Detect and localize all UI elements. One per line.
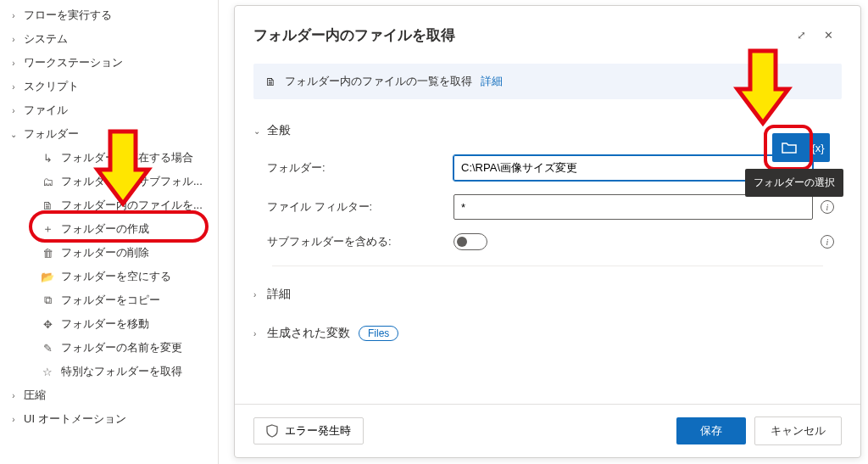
- branch-icon: ↳: [41, 151, 54, 165]
- cancel-button[interactable]: キャンセル: [754, 416, 842, 445]
- chevron-right-icon: ›: [7, 412, 20, 426]
- sidebar: ›フローを実行する ›システム ›ワークステーション ›スクリプト ›ファイル …: [0, 0, 219, 464]
- save-button[interactable]: 保存: [676, 417, 746, 444]
- section-general: ⌄ 全般 フォルダー: ファイル フィルター: i サブフォルダーを含める: i…: [253, 120, 842, 344]
- plus-icon: ＋: [41, 222, 54, 236]
- dialog-header: フォルダー内のファイルを取得 ⤢ ✕: [235, 6, 860, 60]
- tree-item-workstation[interactable]: ›ワークステーション: [0, 51, 218, 75]
- action-get-files-in-folder[interactable]: 🗎フォルダー内のファイルを...: [0, 193, 218, 217]
- label-subfolders: サブフォルダーを含める:: [267, 234, 453, 249]
- dialog-get-files: フォルダー内のファイルを取得 ⤢ ✕ 🗎 フォルダー内のファイルの一覧を取得 詳…: [234, 5, 861, 458]
- rename-icon: ✎: [41, 341, 54, 355]
- tree-item-system[interactable]: ›システム: [0, 27, 218, 51]
- action-get-subfolders[interactable]: 🗂フォルダー内のサブフォル...: [0, 170, 218, 193]
- filter-input[interactable]: [453, 194, 813, 220]
- chevron-down-icon: ⌄: [7, 127, 20, 141]
- dialog-title: フォルダー内のファイルを取得: [253, 25, 787, 45]
- folder-picker-button[interactable]: [772, 133, 806, 162]
- copy-icon: ⧉: [41, 293, 54, 307]
- chevron-right-icon: ›: [7, 32, 20, 46]
- chevron-right-icon: ›: [253, 290, 267, 299]
- move-icon: ✥: [41, 317, 54, 331]
- close-button[interactable]: ✕: [815, 21, 842, 48]
- action-create-folder[interactable]: ＋フォルダーの作成: [0, 217, 218, 241]
- row-subfolders: サブフォルダーを含める: i: [267, 233, 842, 250]
- subfolders-toggle[interactable]: [453, 233, 487, 250]
- row-filter: ファイル フィルター: i: [267, 194, 842, 220]
- tree-item-run-flow[interactable]: ›フローを実行する: [0, 3, 218, 27]
- chevron-right-icon: ›: [7, 8, 20, 22]
- action-folder-exists[interactable]: ↳フォルダーが存在する場合: [0, 146, 218, 170]
- files-icon: 🗎: [265, 75, 276, 88]
- action-get-special-folder[interactable]: ☆特別なフォルダーを取得: [0, 360, 218, 383]
- chevron-right-icon: ›: [7, 80, 20, 93]
- tree-item-compression[interactable]: ›圧縮: [0, 383, 218, 407]
- section-header-generated[interactable]: › 生成された変数 Files: [253, 322, 842, 344]
- action-copy-folder[interactable]: ⧉フォルダーをコピー: [0, 288, 218, 312]
- banner-text: フォルダー内のファイルの一覧を取得: [285, 74, 472, 89]
- star-icon: ☆: [41, 365, 54, 378]
- action-rename-folder[interactable]: ✎フォルダーの名前を変更: [0, 336, 218, 360]
- tree-item-file[interactable]: ›ファイル: [0, 98, 218, 122]
- action-delete-folder[interactable]: 🗑フォルダーの削除: [0, 241, 218, 265]
- details-link[interactable]: 詳細: [481, 74, 503, 89]
- folder-picker-group: {x}: [772, 133, 830, 162]
- tree-item-script[interactable]: ›スクリプト: [0, 75, 218, 98]
- tree-item-folder[interactable]: ⌄フォルダー: [0, 122, 218, 146]
- separator: [272, 266, 823, 266]
- dialog-footer: エラー発生時 保存 キャンセル: [235, 404, 860, 457]
- files-icon: 🗎: [41, 198, 54, 212]
- section-header-details[interactable]: › 詳細: [253, 283, 842, 305]
- folder-open-icon: 📂: [41, 270, 54, 283]
- generated-variable-badge: Files: [359, 326, 398, 341]
- trash-icon: 🗑: [41, 246, 54, 260]
- section-header-general[interactable]: ⌄ 全般: [253, 120, 842, 142]
- shield-icon: [266, 424, 278, 438]
- chevron-right-icon: ›: [7, 103, 20, 117]
- action-empty-folder[interactable]: 📂フォルダーを空にする: [0, 265, 218, 288]
- maximize-button[interactable]: ⤢: [787, 21, 815, 48]
- chevron-right-icon: ›: [7, 56, 20, 70]
- tree-item-ui-automation[interactable]: ›UI オートメーション: [0, 407, 218, 431]
- action-move-folder[interactable]: ✥フォルダーを移動: [0, 312, 218, 336]
- folder-open-icon: [782, 142, 797, 154]
- tooltip-folder-select: フォルダーの選択: [745, 169, 843, 197]
- on-error-button[interactable]: エラー発生時: [253, 417, 364, 444]
- chevron-down-icon: ⌄: [253, 126, 267, 136]
- chevron-right-icon: ›: [7, 389, 20, 402]
- info-icon[interactable]: i: [821, 235, 834, 249]
- folders-icon: 🗂: [41, 175, 54, 188]
- label-filter: ファイル フィルター:: [267, 199, 453, 215]
- info-banner: 🗎 フォルダー内のファイルの一覧を取得 詳細: [253, 64, 842, 99]
- info-icon[interactable]: i: [821, 200, 834, 214]
- label-folder: フォルダー:: [267, 160, 453, 176]
- variable-picker-button[interactable]: {x}: [806, 133, 830, 162]
- chevron-right-icon: ›: [253, 329, 267, 338]
